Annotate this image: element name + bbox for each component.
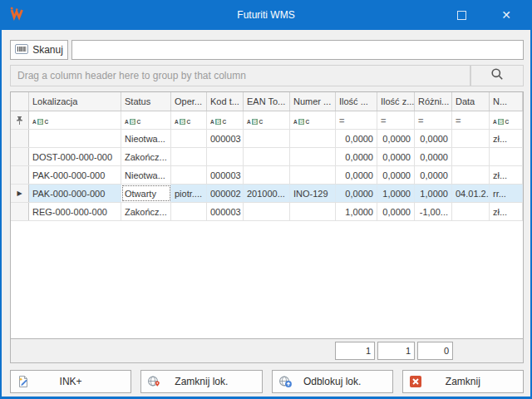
filter-cell-lokalizacja[interactable]: ABC bbox=[29, 111, 121, 129]
grid-cell-data[interactable]: 04.01.2... bbox=[452, 185, 490, 202]
column-header-kod-towaru[interactable]: Kod t... bbox=[207, 92, 244, 111]
column-header-ean-towaru[interactable]: EAN To... bbox=[244, 92, 290, 111]
table-row[interactable]: DOST-000-000-000Zakończ...0,00000,00000,… bbox=[11, 148, 523, 166]
grid-cell-numer[interactable] bbox=[290, 166, 336, 184]
filter-cell-ean-towaru[interactable]: ABC bbox=[244, 111, 290, 129]
grid-cell-ean-towaru[interactable] bbox=[244, 203, 290, 220]
column-header-operator[interactable]: Oper... bbox=[171, 92, 207, 111]
odblokuj-lok-button[interactable]: Odblokuj lok. bbox=[272, 370, 393, 393]
grid-cell-n[interactable]: rr... bbox=[490, 185, 523, 202]
grid-cell-ilosc-z[interactable]: 0,0000 bbox=[377, 130, 415, 147]
grid-cell-status[interactable]: Otwarty bbox=[121, 185, 171, 202]
grid-cell-operator[interactable] bbox=[171, 130, 207, 147]
grid-cell-kod-towaru[interactable]: 000003 bbox=[207, 166, 244, 184]
grid-cell-kod-towaru[interactable] bbox=[207, 148, 244, 165]
grid-cell-n[interactable]: zł... bbox=[490, 166, 523, 184]
grid-cell-roznica[interactable]: 0,0000 bbox=[415, 130, 452, 147]
column-header-status[interactable]: Status bbox=[121, 92, 171, 111]
filter-cell-operator[interactable]: ABC bbox=[171, 111, 207, 129]
grid-cell-roznica[interactable]: 0,0000 bbox=[415, 148, 452, 165]
app-window: Futuriti WMS ✕ Skanuj Drag bbox=[0, 0, 532, 399]
table-row[interactable]: Nieotwa...0000030,00000,00000,0000zł... bbox=[11, 130, 523, 148]
grid-cell-ean-towaru[interactable] bbox=[244, 130, 290, 147]
search-button[interactable] bbox=[470, 65, 524, 86]
grid-cell-kod-towaru[interactable]: 000002 bbox=[207, 185, 244, 202]
grid-cell-data[interactable] bbox=[452, 130, 490, 147]
grid-cell-lokalizacja[interactable]: PAK-000-000-000 bbox=[29, 185, 121, 202]
scan-button[interactable]: Skanuj bbox=[10, 40, 68, 60]
grid-cell-ilosc[interactable]: 0,0000 bbox=[336, 130, 377, 147]
grid-cell-status[interactable]: Zakończ... bbox=[121, 203, 171, 220]
zamknij-lok-button[interactable]: Zamknij lok. bbox=[140, 370, 262, 393]
grid-cell-roznica[interactable]: 0,0000 bbox=[415, 166, 452, 184]
column-header-lokalizacja[interactable]: Lokalizacja bbox=[29, 92, 121, 111]
filter-cell-roznica[interactable]: = bbox=[415, 111, 452, 129]
grid-cell-n[interactable]: zł... bbox=[490, 130, 523, 147]
grid-cell-ilosc[interactable]: 0,0000 bbox=[336, 148, 377, 165]
filter-cell-numer[interactable]: ABC bbox=[290, 111, 336, 129]
column-header-ilosc[interactable]: Ilość ... bbox=[336, 92, 377, 111]
grid-cell-ilosc[interactable]: 0,0000 bbox=[336, 166, 377, 184]
scan-input[interactable] bbox=[71, 40, 524, 60]
grid-cell-kod-towaru[interactable]: 000003 bbox=[207, 203, 244, 220]
column-header-n[interactable]: N... bbox=[490, 92, 523, 111]
abc-filter-icon: ABC bbox=[125, 116, 140, 126]
abc-filter-icon: ABC bbox=[32, 116, 48, 126]
grid-cell-ilosc-z[interactable]: 0,0000 bbox=[377, 203, 415, 220]
grid-cell-lokalizacja[interactable]: PAK-000-000-000 bbox=[29, 166, 121, 184]
grid-cell-lokalizacja[interactable]: REG-000-000-000 bbox=[29, 203, 121, 220]
grid-cell-ilosc-z[interactable]: 0,0000 bbox=[377, 148, 415, 165]
filter-cell-data[interactable]: = bbox=[452, 111, 490, 129]
grid-cell-ilosc[interactable]: 0,0000 bbox=[336, 185, 377, 202]
maximize-button[interactable] bbox=[449, 4, 474, 26]
column-header-numer[interactable]: Numer ... bbox=[290, 92, 336, 111]
group-by-hint: Drag a column header here to group by th… bbox=[17, 70, 246, 81]
grid-cell-kod-towaru[interactable]: 000003 bbox=[207, 130, 244, 147]
grid-cell-operator[interactable] bbox=[171, 203, 207, 220]
grid-cell-lokalizacja[interactable] bbox=[29, 130, 121, 147]
table-row[interactable]: ▶PAK-000-000-000Otwartypiotr....00000220… bbox=[11, 185, 523, 203]
grid-cell-numer[interactable] bbox=[290, 148, 336, 165]
ink-plus-button[interactable]: INK+ bbox=[10, 370, 131, 393]
filter-cell-ilosc-z[interactable]: = bbox=[377, 111, 415, 129]
grid-cell-roznica[interactable]: -1,00... bbox=[415, 203, 452, 220]
grid-cell-numer[interactable]: INO-129 bbox=[290, 185, 336, 202]
grid-cell-status[interactable]: Zakończ... bbox=[121, 148, 171, 165]
table-row[interactable]: PAK-000-000-000Nieotwa...0000030,00000,0… bbox=[11, 166, 523, 185]
grid-cell-data[interactable] bbox=[452, 203, 490, 220]
grid-cell-ilosc-z[interactable]: 1,0000 bbox=[377, 185, 415, 202]
grid-cell-operator[interactable]: piotr.... bbox=[171, 185, 207, 202]
zamknij-button[interactable]: Zamknij bbox=[402, 370, 524, 393]
column-header-ilosc-z[interactable]: Ilość z... bbox=[377, 92, 415, 111]
grid-cell-n[interactable]: zł... bbox=[490, 203, 523, 220]
grid-cell-numer[interactable] bbox=[290, 130, 336, 147]
table-row[interactable]: REG-000-000-000Zakończ...0000031,00000,0… bbox=[11, 203, 523, 221]
row-indicator bbox=[11, 166, 29, 184]
grid-cell-data[interactable] bbox=[452, 166, 490, 184]
summary-footer: 1 1 0 bbox=[11, 338, 523, 362]
grid-cell-ilosc[interactable]: 1,0000 bbox=[336, 203, 377, 220]
column-header-data[interactable]: Data bbox=[452, 92, 490, 111]
group-by-panel[interactable]: Drag a column header here to group by th… bbox=[10, 65, 470, 86]
grid-cell-roznica[interactable]: 1,0000 bbox=[415, 185, 452, 202]
grid-cell-status[interactable]: Nieotwa... bbox=[121, 166, 171, 184]
search-icon bbox=[490, 67, 504, 84]
grid-cell-ilosc-z[interactable]: 0,0000 bbox=[377, 166, 415, 184]
filter-cell-n[interactable]: ABC bbox=[490, 111, 523, 129]
grid-cell-ean-towaru[interactable] bbox=[244, 166, 290, 184]
grid-cell-lokalizacja[interactable]: DOST-000-000-000 bbox=[29, 148, 121, 165]
grid-cell-status[interactable]: Nieotwa... bbox=[121, 130, 171, 147]
grid-cell-ean-towaru[interactable] bbox=[244, 148, 290, 165]
filter-cell-ilosc[interactable]: = bbox=[336, 111, 377, 129]
grid-cell-n[interactable] bbox=[490, 148, 523, 165]
grid-cell-numer[interactable] bbox=[290, 203, 336, 220]
row-indicator bbox=[11, 203, 29, 220]
filter-cell-kod-towaru[interactable]: ABC bbox=[207, 111, 244, 129]
grid-cell-operator[interactable] bbox=[171, 166, 207, 184]
grid-cell-operator[interactable] bbox=[171, 148, 207, 165]
grid-cell-ean-towaru[interactable]: 201000... bbox=[244, 185, 290, 202]
column-header-roznica[interactable]: Różni... bbox=[415, 92, 452, 111]
grid-cell-data[interactable] bbox=[452, 148, 490, 165]
filter-cell-status[interactable]: ABC bbox=[121, 111, 171, 129]
close-button[interactable]: ✕ bbox=[494, 4, 519, 26]
